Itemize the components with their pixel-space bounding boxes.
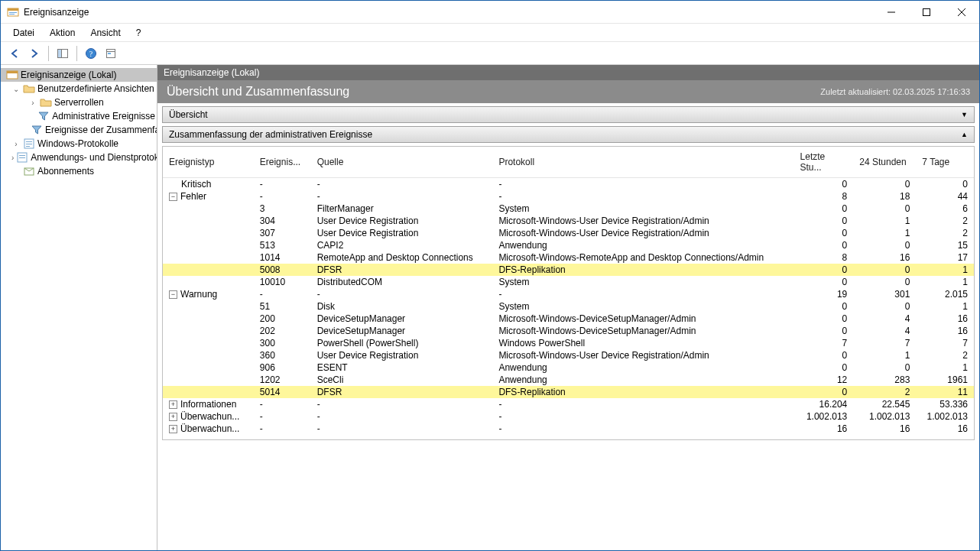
event-id: 307 [254, 227, 311, 239]
table-row[interactable]: 202DeviceSetupManagerMicrosoft-Windows-D… [163, 325, 974, 337]
table-row[interactable]: 360User Device RegistrationMicrosoft-Win… [163, 349, 974, 361]
table-row[interactable]: 200DeviceSetupManagerMicrosoft-Windows-D… [163, 313, 974, 325]
close-button[interactable] [944, 1, 979, 24]
subscription-icon [23, 165, 35, 177]
event-log: Microsoft-Windows-DeviceSetupManager/Adm… [492, 325, 793, 337]
svg-rect-16 [7, 71, 18, 73]
chevron-right-icon[interactable]: › [11, 140, 21, 148]
show-hide-tree-button[interactable] [54, 44, 72, 63]
col-week[interactable]: 7 Tage [916, 147, 974, 178]
table-row[interactable]: 3FilterManagerSystem006 [163, 203, 974, 215]
table-row[interactable]: 51DiskSystem001 [163, 300, 974, 313]
event-type: Warnung [180, 289, 217, 300]
table-row[interactable]: Kritisch---000 [163, 178, 974, 191]
svg-rect-5 [923, 8, 930, 15]
svg-rect-19 [26, 144, 32, 144]
table-row[interactable]: 304User Device RegistrationMicrosoft-Win… [163, 215, 974, 227]
tree-pane[interactable]: Ereignisanzeige (Lokal) ⌄ Benutzerdefini… [1, 65, 157, 550]
chevron-down-icon[interactable]: ⌄ [11, 85, 21, 93]
tree-app-logs[interactable]: › Anwendungs- und Dienstprotokolle [1, 151, 157, 164]
chevron-right-icon[interactable]: › [28, 99, 37, 107]
svg-rect-9 [58, 49, 62, 57]
minimize-button[interactable] [874, 1, 909, 24]
maximize-button[interactable] [909, 1, 944, 24]
table-row[interactable]: 5008DFSRDFS-Replikation001 [163, 264, 974, 276]
table-row[interactable]: 906ESENTAnwendung001 [163, 361, 974, 374]
event-log: System [492, 300, 793, 313]
event-day: 18 [853, 190, 916, 203]
menu-datei[interactable]: Datei [7, 26, 41, 40]
tree-serverrollen-label: Serverrollen [54, 97, 104, 108]
tree-root[interactable]: Ereignisanzeige (Lokal) [1, 68, 157, 82]
event-id: 5008 [254, 264, 311, 276]
event-type: Informationen [180, 399, 236, 410]
folder-icon [23, 83, 35, 95]
event-hour: 16 [794, 423, 854, 435]
event-week: 1 [916, 361, 974, 374]
event-day: 1 [853, 227, 916, 239]
menu-ansicht[interactable]: Ansicht [84, 26, 126, 40]
back-button[interactable] [5, 44, 24, 63]
table-row[interactable]: 513CAPI2Anwendung0015 [163, 239, 974, 251]
table-row[interactable]: +Überwachun...---1.002.0131.002.0131.002… [163, 410, 974, 423]
table-row[interactable]: 300PowerShell (PowerShell)Windows PowerS… [163, 337, 974, 349]
menu-aktion[interactable]: Aktion [44, 26, 81, 40]
tree-custom-views[interactable]: ⌄ Benutzerdefinierte Ansichten [1, 82, 157, 96]
main-pane: Ereignisanzeige (Lokal) Übersicht und Zu… [157, 65, 979, 550]
section-summary[interactable]: Zusammenfassung der administrativen Erei… [162, 126, 975, 143]
table-row[interactable]: +Überwachun...---161616 [163, 423, 974, 435]
event-id: - [254, 288, 311, 300]
event-log: Windows PowerShell [492, 337, 793, 349]
table-row[interactable]: 5014DFSRDFS-Replikation0211 [163, 386, 974, 398]
event-week: 0 [916, 178, 974, 191]
properties-button[interactable] [102, 44, 120, 63]
col-log[interactable]: Protokoll [492, 147, 793, 178]
col-type[interactable]: Ereignistyp [163, 147, 254, 178]
event-source: User Device Registration [311, 215, 493, 227]
chevron-right-icon[interactable]: › [11, 154, 14, 162]
event-source: User Device Registration [311, 349, 493, 361]
col-day[interactable]: 24 Stunden [853, 147, 916, 178]
event-hour: 0 [794, 349, 854, 361]
col-id[interactable]: Ereignis... [254, 147, 311, 178]
event-log: - [492, 178, 793, 191]
tree-windows-logs[interactable]: › Windows-Protokolle [1, 137, 157, 151]
expand-icon[interactable]: + [169, 413, 177, 421]
event-id: 10010 [254, 276, 311, 288]
table-row[interactable]: 10010DistributedCOMSystem001 [163, 276, 974, 288]
menu-help[interactable]: ? [130, 26, 148, 40]
event-log: DFS-Replikation [492, 264, 793, 276]
svg-rect-14 [108, 53, 111, 54]
titlebar: Ereignisanzeige [1, 1, 979, 24]
event-source: User Device Registration [311, 227, 493, 239]
event-source: RemoteApp and Desktop Connections [311, 251, 493, 264]
expand-icon[interactable]: + [169, 425, 177, 433]
table-row[interactable]: 1014RemoteApp and Desktop ConnectionsMic… [163, 251, 974, 264]
event-log: - [492, 190, 793, 203]
collapse-icon[interactable]: − [169, 193, 177, 201]
section-overview[interactable]: Übersicht ▼ [162, 106, 975, 123]
table-row[interactable]: −Warnung---193012.015 [163, 288, 974, 300]
col-hour[interactable]: Letzte Stu... [794, 147, 854, 178]
tree-summary-events[interactable]: Ereignisse der Zusammenfassung [1, 123, 157, 137]
help-button[interactable]: ? [82, 44, 100, 63]
event-log: Anwendung [492, 374, 793, 386]
event-id: - [254, 410, 311, 423]
event-day: 4 [853, 313, 916, 325]
event-hour: 0 [794, 325, 854, 337]
event-id: 513 [254, 239, 311, 251]
table-row[interactable]: +Informationen---16.20422.54553.336 [163, 398, 974, 410]
event-week: 1 [916, 264, 974, 276]
event-source: - [311, 178, 493, 191]
tree-serverrollen[interactable]: › Serverrollen [1, 96, 157, 109]
forward-button[interactable] [25, 44, 44, 63]
collapse-icon[interactable]: − [169, 290, 177, 299]
table-row[interactable]: 1202SceCliAnwendung122831961 [163, 374, 974, 386]
tree-subscriptions[interactable]: Abonnements [1, 164, 157, 178]
event-day: 2 [853, 386, 916, 398]
table-row[interactable]: 307User Device RegistrationMicrosoft-Win… [163, 227, 974, 239]
table-row[interactable]: −Fehler---81844 [163, 190, 974, 203]
col-src[interactable]: Quelle [311, 147, 493, 178]
tree-admin-events[interactable]: Administrative Ereignisse [1, 109, 157, 123]
expand-icon[interactable]: + [169, 400, 177, 409]
